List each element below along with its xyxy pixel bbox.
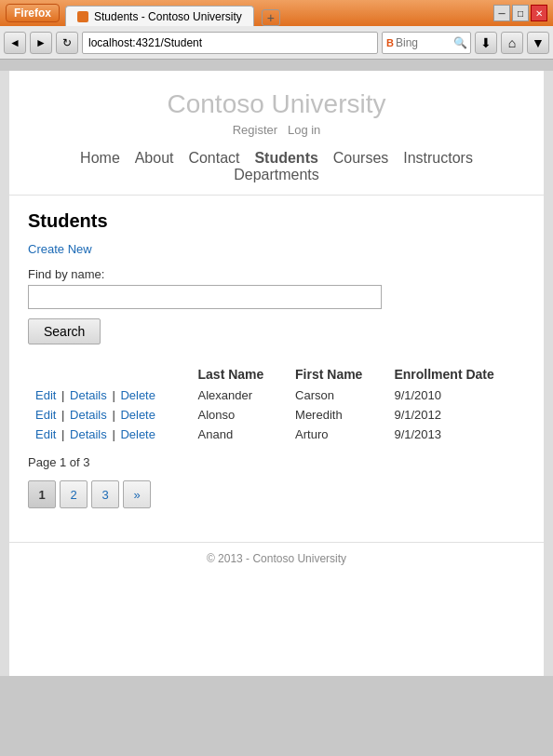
action-edit-0[interactable]: Edit — [35, 388, 56, 402]
firefox-menu-button[interactable]: Firefox — [6, 4, 60, 22]
action-edit-2[interactable]: Edit — [35, 427, 56, 441]
cell-last-name: Alonso — [191, 405, 289, 425]
cell-first-name: Arturo — [288, 425, 386, 444]
search-button[interactable]: Search — [28, 318, 101, 344]
table-row: Edit | Details | DeleteAlexanderCarson9/… — [28, 385, 525, 405]
maximize-button[interactable]: □ — [512, 5, 529, 21]
page-btn-2[interactable]: 2 — [60, 480, 88, 508]
site-header: Contoso University Register Log in — [9, 71, 544, 144]
bookmarks-button[interactable]: ▼ — [527, 32, 549, 54]
address-input[interactable] — [82, 32, 378, 54]
main-content: Students Create New Find by name: Search… — [9, 196, 544, 523]
page-btn-1[interactable]: 1 — [28, 480, 56, 508]
site-title: Contoso University — [19, 89, 534, 119]
students-table: Last Name First Name Enrollment Date Edi… — [28, 363, 525, 444]
page-wrapper: Contoso University Register Log in Home … — [0, 71, 553, 676]
site-auth: Register Log in — [19, 123, 534, 137]
action-delete-2[interactable]: Delete — [120, 427, 155, 441]
action-details-2[interactable]: Details — [70, 427, 107, 441]
col-last-name: Last Name — [191, 363, 289, 385]
action-delete-1[interactable]: Delete — [120, 408, 155, 422]
page-content: Contoso University Register Log in Home … — [9, 71, 544, 676]
register-link[interactable]: Register — [233, 123, 277, 137]
cell-enrollment-date: 9/1/2012 — [386, 405, 525, 425]
nav-students[interactable]: Students — [254, 150, 317, 166]
site-nav: Home About Contact Students Courses Inst… — [9, 144, 544, 196]
page-btn-3[interactable]: 3 — [91, 480, 119, 508]
table-row: Edit | Details | DeleteAnandArturo9/1/20… — [28, 425, 525, 444]
nav-about[interactable]: About — [135, 150, 174, 166]
minimize-button[interactable]: ─ — [493, 5, 510, 21]
nav-courses[interactable]: Courses — [333, 150, 389, 166]
action-separator: | — [58, 388, 68, 402]
site-footer: © 2013 - Contoso University — [9, 542, 544, 574]
action-separator: | — [109, 427, 119, 441]
page-title: Students — [28, 210, 525, 232]
cell-first-name: Carson — [288, 385, 386, 405]
action-separator: | — [109, 408, 119, 422]
tab-favicon — [77, 11, 88, 22]
forward-button[interactable]: ► — [30, 32, 52, 54]
page-info: Page 1 of 3 — [28, 455, 525, 469]
browser-search-input[interactable] — [396, 36, 452, 49]
col-first-name: First Name — [288, 363, 386, 385]
address-bar: ◄ ► ↻ B 🔍 ⬇ ⌂ ▼ — [0, 26, 553, 60]
action-edit-1[interactable]: Edit — [35, 408, 56, 422]
action-details-1[interactable]: Details — [70, 408, 107, 422]
bing-logo: B — [386, 37, 394, 48]
col-actions — [28, 363, 191, 385]
tab-title: Students - Contoso University — [94, 10, 242, 23]
cell-first-name: Meredith — [288, 405, 386, 425]
footer-text: © 2013 - Contoso University — [207, 552, 346, 565]
table-header-row: Last Name First Name Enrollment Date — [28, 363, 525, 385]
new-tab-button[interactable]: + — [262, 9, 280, 26]
nav-home[interactable]: Home — [80, 150, 120, 166]
col-enrollment-date: Enrollment Date — [386, 363, 525, 385]
window-controls: ─ □ ✕ — [493, 5, 547, 21]
login-link[interactable]: Log in — [288, 123, 320, 137]
cell-enrollment-date: 9/1/2013 — [386, 425, 525, 444]
find-by-name-input[interactable] — [28, 285, 382, 309]
cell-last-name: Alexander — [191, 385, 289, 405]
browser-search-icon[interactable]: 🔍 — [453, 36, 466, 49]
action-separator: | — [58, 427, 68, 441]
cell-last-name: Anand — [191, 425, 289, 444]
nav-instructors[interactable]: Instructors — [403, 150, 473, 166]
create-new-link[interactable]: Create New — [28, 242, 92, 256]
back-button[interactable]: ◄ — [4, 32, 26, 54]
download-button[interactable]: ⬇ — [475, 32, 497, 54]
action-separator: | — [58, 408, 68, 422]
nav-departments[interactable]: Departments — [234, 167, 319, 182]
pagination: 1 2 3 » — [28, 480, 525, 508]
browser-tab[interactable]: Students - Contoso University — [65, 6, 254, 26]
table-row: Edit | Details | DeleteAlonsoMeredith9/1… — [28, 405, 525, 425]
page-btn-next[interactable]: » — [123, 480, 151, 508]
browser-search-bar: B 🔍 — [382, 32, 471, 54]
titlebar: Firefox Students - Contoso University + … — [0, 0, 553, 26]
action-details-0[interactable]: Details — [70, 388, 107, 402]
refresh-button[interactable]: ↻ — [56, 32, 78, 54]
nav-contact[interactable]: Contact — [188, 150, 239, 166]
action-delete-0[interactable]: Delete — [120, 388, 155, 402]
action-separator: | — [109, 388, 119, 402]
cell-enrollment-date: 9/1/2010 — [386, 385, 525, 405]
close-button[interactable]: ✕ — [531, 5, 547, 21]
find-label: Find by name: — [28, 267, 525, 281]
home-button[interactable]: ⌂ — [501, 32, 523, 54]
